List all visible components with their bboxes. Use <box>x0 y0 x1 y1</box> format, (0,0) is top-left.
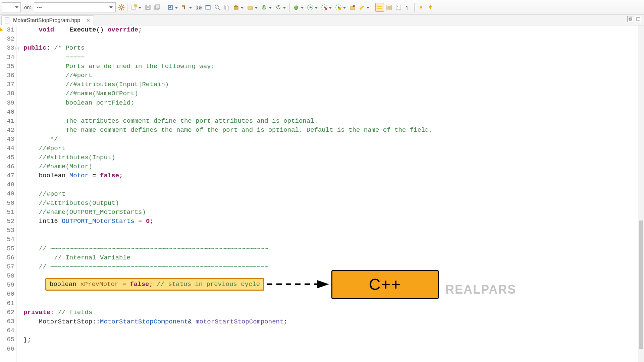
arrow-icon <box>267 278 334 291</box>
code-line: //#attributes(Input|Retain) <box>23 80 644 89</box>
svg-point-45 <box>353 5 355 7</box>
zoom-button[interactable] <box>213 3 222 12</box>
code-line: boolean portField; <box>23 99 644 108</box>
new-class-button[interactable]: C <box>260 3 273 12</box>
file-tab-label: MotorStartStopProgram.hpp <box>13 17 80 23</box>
svg-rect-29 <box>226 6 229 10</box>
profile-button[interactable] <box>334 3 347 12</box>
code-line: MotorStartStop::MotorStartStopComponent&… <box>23 317 644 326</box>
svg-rect-65 <box>630 18 632 20</box>
header-file-icon: h <box>4 17 10 23</box>
on-field[interactable]: --- <box>34 2 116 12</box>
svg-rect-66 <box>637 17 640 21</box>
svg-rect-21 <box>184 6 185 9</box>
main-toolbar: on: --- 010 C ¶ <box>0 0 644 15</box>
code-line <box>23 180 644 189</box>
code-line: //#port <box>23 190 644 199</box>
editor-tabstrip: h MotorStartStopProgram.hpp ✕ <box>0 15 644 25</box>
svg-rect-48 <box>377 8 382 9</box>
svg-text:C: C <box>263 6 265 9</box>
code-line: The name comment defines the name of the… <box>23 126 644 135</box>
code-line: //#port <box>23 71 644 80</box>
new-button[interactable] <box>129 3 143 12</box>
restore-icon[interactable] <box>627 16 633 22</box>
svg-line-5 <box>119 5 120 6</box>
svg-text:010: 010 <box>197 6 202 9</box>
on-field-value: --- <box>37 4 42 10</box>
svg-point-34 <box>294 6 298 10</box>
binary-button[interactable]: 010 <box>194 3 203 12</box>
svg-point-0 <box>120 6 122 8</box>
scrollbar-thumb[interactable] <box>639 221 643 349</box>
code-line: }; <box>23 336 644 345</box>
code-line: */ <box>23 135 644 144</box>
code-line: // ~~~~~~~~~~~~~~~~~~~~~~~~~~~~~~~~~~~~~… <box>23 244 644 253</box>
svg-rect-47 <box>377 6 382 7</box>
debug-button[interactable] <box>292 3 305 12</box>
copy-button[interactable] <box>222 3 231 12</box>
code-line: int16 OUTPORT_MotorStarts = 0; <box>23 217 644 226</box>
svg-point-26 <box>215 5 218 8</box>
tab-menu-icon[interactable] <box>635 16 641 22</box>
svg-line-6 <box>123 8 124 9</box>
code-line: boolean Motor = false; <box>23 171 644 180</box>
line-gutter: 3132333435363738394041424344454647484950… <box>0 25 17 362</box>
code-editor[interactable]: 3132333435363738394041424344454647484950… <box>0 25 644 362</box>
vertical-scrollbar[interactable] <box>638 25 644 362</box>
build-button[interactable] <box>166 3 179 12</box>
svg-line-27 <box>218 8 220 10</box>
task-list-button[interactable] <box>385 3 393 12</box>
code-line <box>23 326 644 336</box>
svg-marker-60 <box>429 6 432 9</box>
code-line <box>23 108 644 117</box>
svg-rect-14 <box>147 5 149 7</box>
cpp-badge: C++ <box>331 270 439 299</box>
window-button[interactable] <box>204 3 212 12</box>
code-line: //#name(OUTPORT_MotorStarts) <box>23 208 644 217</box>
svg-rect-41 <box>325 8 327 10</box>
prev-annotation-button[interactable] <box>417 3 425 12</box>
code-line: public: /* Ports <box>23 44 644 53</box>
highlighter-button[interactable] <box>358 3 371 12</box>
svg-marker-46 <box>360 6 364 9</box>
file-tab[interactable]: h MotorStartStopProgram.hpp ✕ <box>1 15 94 25</box>
code-line: ===== <box>23 53 644 62</box>
toolbar-dropdown-1[interactable] <box>2 2 21 12</box>
code-area[interactable]: void Execute() override; public: /* Port… <box>17 25 644 362</box>
code-line <box>23 35 644 44</box>
code-line: //#name(Motor) <box>23 162 644 171</box>
next-annotation-button[interactable] <box>426 3 435 12</box>
coverage-button[interactable] <box>320 3 333 12</box>
package-button[interactable] <box>232 3 245 12</box>
save-button[interactable] <box>144 3 152 12</box>
code-line: //#attributes(Input) <box>23 153 644 162</box>
svg-rect-17 <box>156 5 160 9</box>
folder-button[interactable] <box>246 3 259 12</box>
code-line: // Internal Variable <box>23 253 644 262</box>
cpp-badge-text: C++ <box>369 280 401 289</box>
outline-button[interactable] <box>394 3 403 12</box>
refresh-button[interactable] <box>274 3 287 12</box>
toggle-mark-button[interactable] <box>375 3 384 12</box>
svg-line-8 <box>123 5 124 6</box>
svg-rect-30 <box>234 6 238 9</box>
save-all-button[interactable] <box>153 3 162 12</box>
pilcrow-button[interactable]: ¶ <box>404 3 412 12</box>
svg-point-44 <box>338 7 341 10</box>
code-line: The attributes comment define the port a… <box>23 117 644 126</box>
hammer-button[interactable] <box>180 3 194 12</box>
run-button[interactable] <box>306 3 319 12</box>
ext-tools-button[interactable] <box>348 3 357 12</box>
code-line: Ports are defined in the following way: <box>23 62 644 71</box>
code-line: private: // fields <box>23 308 644 317</box>
code-line: //#attributes(Output) <box>23 199 644 208</box>
svg-text:¶: ¶ <box>406 5 409 10</box>
svg-rect-15 <box>147 8 149 9</box>
svg-text:h: h <box>6 19 7 22</box>
close-icon[interactable]: ✕ <box>86 18 90 23</box>
gear-icon[interactable] <box>118 4 125 11</box>
on-label: on: <box>24 4 31 10</box>
svg-rect-64 <box>629 18 631 20</box>
highlighted-code-box: boolean xPrevMotor = false; // status in… <box>45 278 264 291</box>
svg-marker-31 <box>234 5 238 6</box>
